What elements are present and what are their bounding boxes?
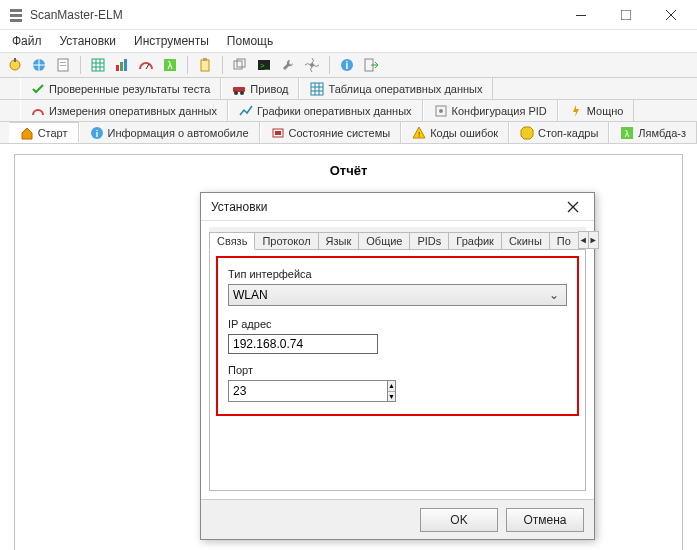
toolbar-separator: [80, 56, 81, 74]
tab-power[interactable]: Мощно: [558, 100, 635, 121]
toolbar-windows-icon[interactable]: [229, 54, 251, 76]
dialog-body: Связь Протокол Язык Общие PIDs График Ск…: [201, 221, 594, 499]
tab-vehicle-info[interactable]: i Информация о автомобиле: [79, 122, 260, 143]
toolbar-gauge-icon[interactable]: [135, 54, 157, 76]
tab-lambda[interactable]: λ Лямбда-з: [609, 122, 697, 143]
dialog-tab-skins[interactable]: Скины: [501, 232, 550, 249]
tab-row-3: Старт i Информация о автомобиле Состояни…: [0, 122, 697, 144]
svg-rect-3: [14, 58, 16, 62]
port-spinner-down[interactable]: ▼: [388, 392, 395, 402]
window-close-button[interactable]: [648, 1, 693, 29]
toolbar: λ >_ i: [0, 52, 697, 78]
toolbar-lambda-icon[interactable]: λ: [159, 54, 181, 76]
tab-op-data-meas[interactable]: Измерения оперативных данных: [20, 100, 228, 121]
window-title: ScanMaster-ELM: [30, 8, 123, 22]
toolbar-exit-icon[interactable]: [360, 54, 382, 76]
interface-type-combobox[interactable]: WLAN ⌄: [228, 284, 567, 306]
tab-label: Конфигурация PID: [452, 105, 547, 117]
tab-op-data-table[interactable]: Таблица оперативных данных: [299, 78, 493, 99]
svg-rect-24: [233, 87, 245, 92]
toolbar-clipboard-icon[interactable]: [194, 54, 216, 76]
tab-label: Графики оперативных данных: [257, 105, 412, 117]
tab-pid-config[interactable]: Конфигурация PID: [423, 100, 558, 121]
window-titlebar: ScanMaster-ELM: [0, 0, 697, 30]
toolbar-fan-icon[interactable]: [301, 54, 323, 76]
toolbar-table-icon[interactable]: [87, 54, 109, 76]
port-spinner-up[interactable]: ▲: [388, 381, 395, 392]
lambda-icon: λ: [620, 126, 634, 140]
port-spinner-buttons: ▲ ▼: [388, 380, 396, 402]
menu-tools[interactable]: Инструменты: [126, 32, 217, 50]
dialog-close-button[interactable]: [558, 195, 588, 219]
car-icon: [232, 82, 246, 96]
tab-label: Состояние системы: [289, 127, 391, 139]
toolbar-wrench-icon[interactable]: [277, 54, 299, 76]
svg-point-25: [234, 91, 238, 95]
ok-button[interactable]: OK: [420, 508, 498, 532]
window-minimize-button[interactable]: [558, 1, 603, 29]
svg-rect-7: [60, 65, 66, 66]
tab-freeze-frames[interactable]: Стоп-кадры: [509, 122, 609, 143]
cancel-button[interactable]: Отмена: [506, 508, 584, 532]
toolbar-barchart-icon[interactable]: [111, 54, 133, 76]
dialog-tabs-scroll-right[interactable]: ►: [588, 231, 599, 249]
svg-rect-27: [311, 83, 323, 95]
svg-rect-10: [120, 62, 123, 71]
info-icon: i: [90, 126, 104, 140]
toolbar-terminal-icon[interactable]: >_: [253, 54, 275, 76]
tab-op-data-graphs[interactable]: Графики оперативных данных: [228, 100, 423, 121]
port-input[interactable]: [228, 380, 388, 402]
dialog-tab-pids[interactable]: PIDs: [409, 232, 449, 249]
tab-label: Информация о автомобиле: [108, 127, 249, 139]
dialog-titlebar: Установки: [201, 193, 594, 221]
warning-icon: !: [412, 126, 426, 140]
svg-rect-8: [92, 59, 104, 71]
svg-point-26: [240, 91, 244, 95]
tab-label: Коды ошибок: [430, 127, 498, 139]
toolbar-info-icon[interactable]: i: [336, 54, 358, 76]
dialog-tab-connection[interactable]: Связь: [209, 232, 255, 250]
dialog-tab-graph[interactable]: График: [448, 232, 502, 249]
stop-icon: [520, 126, 534, 140]
tab-drive[interactable]: Привод: [221, 78, 299, 99]
menu-help[interactable]: Помощь: [219, 32, 281, 50]
dialog-tab-general[interactable]: Общие: [358, 232, 410, 249]
menu-settings[interactable]: Установки: [52, 32, 124, 50]
toolbar-doc-icon[interactable]: [52, 54, 74, 76]
window-maximize-button[interactable]: [603, 1, 648, 29]
tab-label: Привод: [250, 83, 288, 95]
dialog-tab-protocol[interactable]: Протокол: [254, 232, 318, 249]
svg-text:λ: λ: [168, 60, 173, 71]
toolbar-separator: [187, 56, 188, 74]
svg-rect-6: [60, 62, 66, 63]
toolbar-plug-icon[interactable]: [4, 54, 26, 76]
toolbar-globe-icon[interactable]: [28, 54, 50, 76]
dialog-title: Установки: [211, 200, 267, 214]
tab-label: Измерения оперативных данных: [49, 105, 217, 117]
svg-rect-33: [275, 131, 281, 135]
svg-text:i: i: [95, 129, 98, 139]
home-icon: [20, 126, 34, 140]
tab-row-2: Измерения оперативных данных Графики опе…: [0, 100, 697, 122]
menu-file[interactable]: Файл: [4, 32, 50, 50]
svg-rect-9: [116, 65, 119, 71]
gauge-icon: [31, 104, 45, 118]
dialog-footer: OK Отмена: [201, 499, 594, 539]
tab-start[interactable]: Старт: [9, 122, 79, 143]
svg-text:i: i: [346, 60, 349, 71]
port-spinner[interactable]: ▲ ▼: [228, 380, 348, 402]
tab-error-codes[interactable]: ! Коды ошибок: [401, 122, 509, 143]
settings-dialog: Установки Связь Протокол Язык Общие PIDs…: [200, 192, 595, 540]
linechart-icon: [239, 104, 253, 118]
svg-rect-0: [576, 15, 586, 16]
tab-system-state[interactable]: Состояние системы: [260, 122, 402, 143]
dialog-tab-po[interactable]: По: [549, 232, 579, 249]
tab-label: Проверенные результаты теста: [49, 83, 210, 95]
interface-type-value: WLAN: [233, 288, 268, 302]
power-icon: [569, 104, 583, 118]
tab-row-1: Проверенные результаты теста Привод Табл…: [0, 78, 697, 100]
ip-address-input[interactable]: [228, 334, 378, 354]
dialog-tab-language[interactable]: Язык: [318, 232, 360, 249]
svg-rect-1: [621, 10, 631, 20]
tab-verified-results[interactable]: Проверенные результаты теста: [20, 78, 221, 99]
